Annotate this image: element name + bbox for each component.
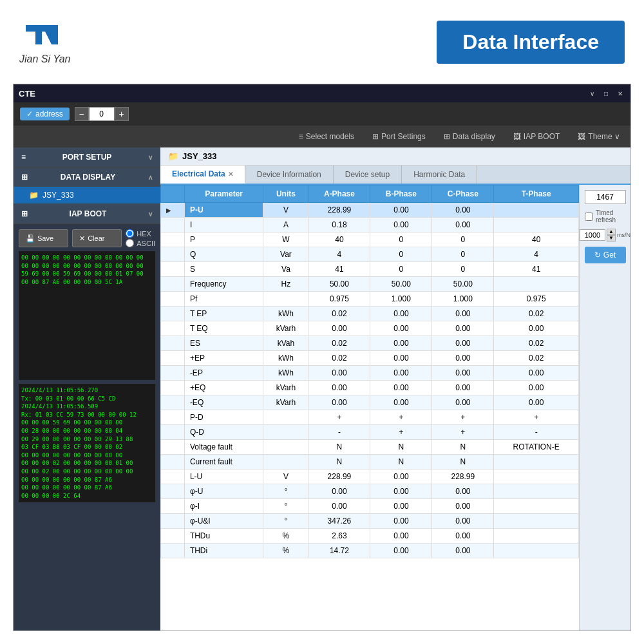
- tab-device-information[interactable]: Device Information: [245, 166, 334, 184]
- tab-port-settings[interactable]: ⊞ Port Settings: [368, 131, 430, 142]
- table-row[interactable]: L-U V 228.99 0.00 228.99: [161, 469, 579, 484]
- table-row[interactable]: I A 0.18 0.00 0.00: [161, 218, 579, 232]
- tab-electrical-data[interactable]: Electrical Data ✕: [160, 166, 245, 184]
- table-row[interactable]: φ-U&I ° 347.26 0.00 0.00: [161, 514, 579, 529]
- tab-harmonic-data[interactable]: Harmonic Data: [402, 166, 477, 184]
- device-folder-icon: 📁: [29, 191, 39, 200]
- tab-device-setup[interactable]: Device setup: [334, 166, 402, 184]
- cell-c: 0.00: [432, 395, 494, 410]
- row-indicator: [161, 366, 185, 381]
- save-button[interactable]: 💾 Save: [19, 229, 68, 247]
- cell-t: [494, 469, 579, 484]
- log-entry-2: 2024/4/13 11:05:56.509 Rx: 01 03 CC 59 7…: [21, 402, 153, 500]
- table-row[interactable]: +EP kWh 0.02 0.00 0.00 0.02: [161, 351, 579, 366]
- log-timestamp-2: 2024/4/13 11:05:56.509: [21, 402, 153, 411]
- cell-param: THDi: [184, 544, 263, 558]
- row-indicator: [161, 455, 185, 469]
- timed-refresh-checkbox[interactable]: [585, 213, 593, 221]
- table-row[interactable]: -EQ kVarh 0.00 0.00 0.00 0.00: [161, 395, 579, 410]
- cell-t: ROTATION-E: [494, 440, 579, 455]
- cell-units: Va: [263, 262, 308, 277]
- clear-button[interactable]: ✕ Clear: [72, 229, 122, 247]
- table-row[interactable]: ES kVah 0.02 0.00 0.00 0.02: [161, 336, 579, 351]
- table-row[interactable]: ▶ P-U V 228.99 0.00 0.00: [161, 203, 579, 218]
- th-b-phase: B-Phase: [370, 185, 432, 203]
- close-button[interactable]: ✕: [615, 88, 625, 99]
- theme-label: Theme ∨: [588, 132, 620, 141]
- device-name-label: JSY_333: [43, 191, 74, 200]
- address-button[interactable]: ✓ address: [20, 108, 70, 120]
- sidebar-item-jsy333[interactable]: 📁 JSY_333: [14, 187, 160, 204]
- port-setup-header-label: PORT SETUP: [62, 153, 112, 162]
- increment-button[interactable]: +: [115, 107, 129, 121]
- restore-button[interactable]: □: [601, 88, 611, 99]
- value-input[interactable]: [585, 190, 626, 204]
- tab-select-models[interactable]: ≡ Select models: [295, 131, 358, 142]
- hex-radio[interactable]: HEX: [126, 229, 155, 238]
- table-row[interactable]: Current fault N N N: [161, 455, 579, 469]
- logo-area: Jian Si Yan: [19, 19, 70, 65]
- sidebar-data-display-header[interactable]: ⊞ DATA DISPLAY ∧: [14, 167, 160, 187]
- cell-a: 0.02: [308, 336, 370, 351]
- table-row[interactable]: Q-D - + + -: [161, 425, 579, 440]
- cell-b: 0.00: [370, 395, 432, 410]
- table-row[interactable]: Voltage fault N N N ROTATION-E: [161, 440, 579, 455]
- table-row[interactable]: THDi % 14.72 0.00 0.00: [161, 544, 579, 558]
- cell-t: 0.00: [494, 395, 579, 410]
- sidebar-port-setup-header[interactable]: ≡ PORT SETUP ∨: [14, 147, 160, 167]
- row-indicator: [161, 440, 185, 455]
- cell-b: 0.00: [370, 514, 432, 529]
- table-row[interactable]: φ-U ° 0.00 0.00 0.00: [161, 484, 579, 499]
- cell-a: 0.02: [308, 351, 370, 366]
- tab-data-display[interactable]: ⊞ Data display: [440, 131, 499, 142]
- table-row[interactable]: Frequency Hz 50.00 50.00 50.00: [161, 277, 579, 292]
- sidebar-section-port-setup: ≡ PORT SETUP ∨: [14, 147, 160, 167]
- ms-value-input[interactable]: [580, 229, 605, 241]
- table-row[interactable]: P-D + + + +: [161, 410, 579, 425]
- get-button[interactable]: ↻ Get: [585, 247, 626, 263]
- table-row[interactable]: -EP kWh 0.00 0.00 0.00 0.00: [161, 366, 579, 381]
- table-row[interactable]: Pf 0.975 1.000 1.000 0.975: [161, 292, 579, 307]
- cell-units: kVarh: [263, 395, 308, 410]
- cell-b: 0: [370, 262, 432, 277]
- tab-iap-boot[interactable]: 🖼 IAP BOOT: [509, 131, 564, 142]
- spinner-buttons: ▲ ▼: [607, 229, 616, 242]
- spinner-up-button[interactable]: ▲: [607, 229, 616, 235]
- minimize-button[interactable]: ∨: [587, 88, 597, 99]
- cell-b: 0.00: [370, 321, 432, 336]
- cell-units: kWh: [263, 351, 308, 366]
- row-indicator: [161, 469, 185, 484]
- port-setup-header-icon: ≡: [21, 153, 26, 162]
- tab-close-icon[interactable]: ✕: [228, 171, 233, 178]
- cell-b: 0.00: [370, 351, 432, 366]
- cell-t: [494, 499, 579, 514]
- table-row[interactable]: S Va 41 0 0 41: [161, 262, 579, 277]
- table-row[interactable]: T EP kWh 0.02 0.00 0.00 0.02: [161, 307, 579, 321]
- table-row[interactable]: Q Var 4 0 0 4: [161, 247, 579, 262]
- spinner-down-button[interactable]: ▼: [607, 235, 616, 242]
- table-row[interactable]: +EQ kVarh 0.00 0.00 0.00 0.00: [161, 381, 579, 395]
- table-row[interactable]: T EQ kVarh 0.00 0.00 0.00 0.00: [161, 321, 579, 336]
- cell-units: [263, 440, 308, 455]
- ms-unit-label: ms/N: [617, 232, 630, 238]
- theme-icon: 🖼: [578, 132, 585, 141]
- table-row[interactable]: φ-I ° 0.00 0.00 0.00: [161, 499, 579, 514]
- decrement-button[interactable]: −: [75, 107, 89, 121]
- cell-b: 50.00: [370, 277, 432, 292]
- content-tabs: Electrical Data ✕ Device Information Dev…: [160, 166, 630, 185]
- timed-refresh-label[interactable]: Timed refresh: [585, 209, 625, 223]
- ascii-radio[interactable]: ASCII: [126, 239, 155, 247]
- cell-t: 0.02: [494, 336, 579, 351]
- cell-a: 228.99: [308, 203, 370, 218]
- cell-a: 0.00: [308, 395, 370, 410]
- table-header-row: Parameter Units A-Phase B-Phase C-Phase …: [161, 185, 579, 203]
- cell-a: 0.00: [308, 484, 370, 499]
- table-row[interactable]: P W 40 0 0 40: [161, 232, 579, 247]
- number-value[interactable]: 0: [89, 107, 115, 121]
- refresh-icon: ↻: [594, 251, 601, 260]
- tab-theme[interactable]: 🖼 Theme ∨: [574, 131, 624, 142]
- table-row[interactable]: THDu % 2.63 0.00 0.00: [161, 529, 579, 544]
- cell-b: 0.00: [370, 484, 432, 499]
- sidebar-iap-boot-header[interactable]: ⊞ IAP BOOT ∨: [14, 204, 160, 223]
- cell-units: °: [263, 514, 308, 529]
